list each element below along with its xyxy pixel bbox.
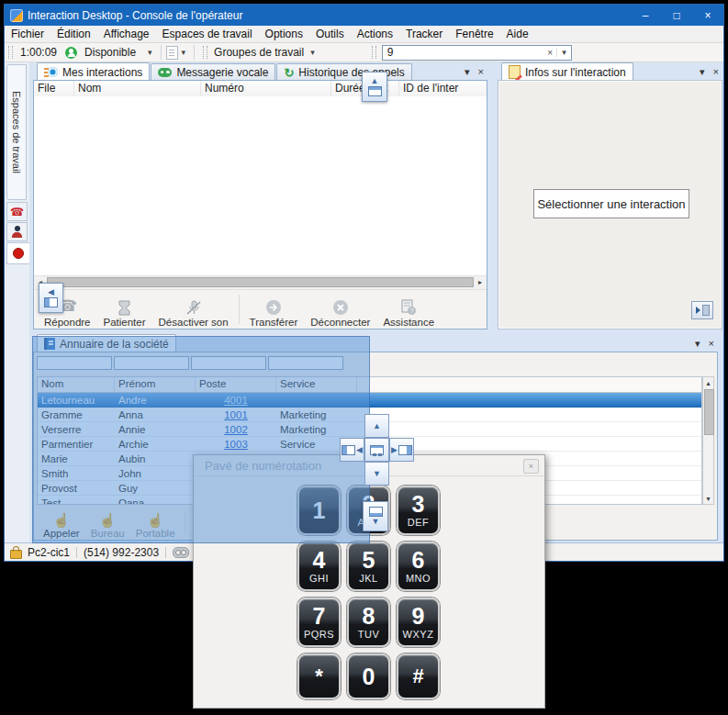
interactions-column-headers: File Nom Numéro Durée État ID de l'inter bbox=[34, 81, 487, 97]
info-panel-menu-arrow[interactable]: ▾ bbox=[700, 66, 705, 78]
window-title: Interaction Desktop - Console de l'opéra… bbox=[28, 9, 242, 22]
tab-messagerie-vocale[interactable]: Messagerie vocale bbox=[151, 63, 275, 81]
pickup-dropdown-arrow[interactable]: ▾ bbox=[182, 48, 186, 57]
menu-outils[interactable]: Outils bbox=[309, 26, 351, 42]
workgroups-dropdown-arrow[interactable]: ▾ bbox=[310, 48, 315, 57]
vscroll-down-arrow[interactable]: ▾ bbox=[703, 493, 713, 504]
directory-vscrollbar[interactable]: ▴ ▾ bbox=[702, 376, 714, 505]
menu-actions[interactable]: Actions bbox=[351, 26, 399, 42]
col-duree[interactable]: Durée bbox=[331, 81, 364, 96]
tab-mes-interactions[interactable]: Mes interactions bbox=[37, 62, 150, 81]
transferer-button[interactable]: Transférer bbox=[243, 291, 305, 328]
col-id-interaction[interactable]: ID de l'inter bbox=[399, 81, 487, 96]
key-5[interactable]: 5JKL bbox=[347, 542, 390, 591]
patienter-button[interactable]: Patienter bbox=[97, 291, 152, 328]
key-star[interactable]: * bbox=[297, 654, 341, 699]
mute-mic-icon bbox=[185, 296, 202, 316]
dock-guide-top[interactable]: ▲ bbox=[362, 72, 387, 102]
key-7[interactable]: 7PQRS bbox=[297, 598, 341, 647]
workspaces-vertical-tab[interactable]: Espaces de travail bbox=[6, 64, 27, 200]
voicemail-icon bbox=[158, 68, 172, 77]
screen: Interaction Desktop - Console de l'opéra… bbox=[0, 0, 728, 715]
dock-guide-left[interactable]: ◀ bbox=[39, 283, 63, 313]
deconnecter-button[interactable]: Déconnecter bbox=[304, 291, 376, 328]
maximize-button[interactable]: □ bbox=[661, 5, 692, 26]
transfer-arrow-icon bbox=[265, 296, 282, 316]
dial-combobox[interactable]: 9 × ▾ bbox=[382, 45, 572, 61]
interactions-panel-menu-arrow[interactable]: ▾ bbox=[465, 66, 470, 78]
interactions-panel-close-icon[interactable]: × bbox=[478, 66, 484, 78]
interactions-panel-body: File Nom Numéro Durée État ID de l'inter… bbox=[33, 80, 487, 330]
menu-aide[interactable]: Aide bbox=[500, 26, 535, 42]
disconnect-x-icon bbox=[332, 296, 349, 316]
key-6[interactable]: 6MNO bbox=[397, 542, 440, 591]
menu-espaces[interactable]: Espaces de travail bbox=[156, 26, 259, 42]
directory-panel-close-icon[interactable]: × bbox=[709, 338, 714, 350]
status-dropdown-arrow[interactable]: ▾ bbox=[148, 48, 152, 57]
pickup-alert-icon[interactable] bbox=[166, 46, 178, 60]
key-3[interactable]: 3DEF bbox=[397, 486, 440, 535]
dock-cross-right[interactable]: ▶ bbox=[389, 438, 414, 462]
status-selector-label[interactable]: Disponible bbox=[82, 46, 144, 59]
directory-panel-menu-arrow[interactable]: ▾ bbox=[695, 338, 700, 350]
menu-options[interactable]: Options bbox=[259, 26, 309, 42]
hold-hourglass-icon bbox=[118, 296, 131, 316]
key-8[interactable]: 8TUV bbox=[347, 598, 390, 647]
col-numero[interactable]: Numéro bbox=[201, 81, 331, 96]
toolbar-grip-3[interactable] bbox=[372, 46, 376, 59]
menu-affichage[interactable]: Affichage bbox=[97, 26, 156, 42]
vscroll-up-arrow[interactable]: ▴ bbox=[703, 377, 713, 388]
assistance-button[interactable]: ? Assistance bbox=[376, 291, 441, 328]
station-number: (514) 992-2303 bbox=[84, 546, 159, 559]
workspace-tab-agent[interactable] bbox=[6, 222, 28, 241]
vscroll-thumb[interactable] bbox=[704, 389, 714, 435]
key-9[interactable]: 9WXYZ bbox=[397, 598, 440, 647]
expand-panel-icon bbox=[702, 305, 710, 316]
tab-infos-interaction[interactable]: Infos sur l'interaction bbox=[501, 62, 633, 81]
workgroups-label[interactable]: Groupes de travail bbox=[211, 46, 307, 59]
key-0[interactable]: 0 bbox=[347, 654, 390, 699]
select-interaction-button[interactable]: Sélectionner une interaction bbox=[533, 189, 689, 218]
assistance-doc-icon: ? bbox=[400, 296, 417, 316]
dock-cross-down[interactable]: ▼ bbox=[364, 462, 389, 486]
minimize-button[interactable]: – bbox=[630, 5, 661, 26]
info-panel-close-icon[interactable]: × bbox=[713, 66, 719, 78]
interaction-info-panel: ▾ × Infos sur l'interaction Sélectionner… bbox=[498, 63, 722, 330]
workspace-tab-record[interactable] bbox=[6, 242, 29, 264]
hscroll-right-arrow[interactable]: ▸ bbox=[474, 276, 487, 288]
toolbar-grip-2[interactable] bbox=[203, 46, 207, 59]
workspace-tab-calls[interactable]: ☎ bbox=[6, 202, 28, 221]
workspaces-vertical-tab-label: Espaces de travail bbox=[11, 91, 22, 173]
col-nom[interactable]: Nom bbox=[74, 81, 201, 96]
toolbar-grip[interactable] bbox=[8, 46, 13, 59]
interaction-notes-icon bbox=[509, 65, 521, 79]
dock-cross-center-tab[interactable] bbox=[364, 438, 389, 462]
interaction-info-body: Sélectionner une interaction bbox=[498, 80, 722, 330]
menu-fichier[interactable]: Fichier bbox=[5, 26, 50, 42]
key-hash[interactable]: # bbox=[397, 654, 440, 699]
tab-historique-appels[interactable]: ↻ Historique des appels bbox=[276, 63, 411, 81]
interactions-hscrollbar[interactable]: ◂ ▸ bbox=[34, 275, 487, 289]
expand-panel-button[interactable] bbox=[691, 301, 713, 319]
menu-tracker[interactable]: Tracker bbox=[399, 26, 449, 42]
person-icon bbox=[12, 226, 22, 238]
expand-arrow-icon bbox=[696, 307, 700, 314]
key-4[interactable]: 4GHI bbox=[297, 542, 341, 591]
menu-edition[interactable]: Édition bbox=[50, 26, 97, 42]
col-file[interactable]: File bbox=[34, 81, 74, 96]
interactions-empty-list[interactable] bbox=[34, 96, 487, 276]
dial-clear-icon[interactable]: × bbox=[543, 48, 556, 58]
close-button[interactable]: × bbox=[692, 5, 723, 26]
dial-dropdown-arrow[interactable]: ▾ bbox=[556, 48, 571, 57]
dock-left-arrow-icon: ◀ bbox=[48, 288, 54, 296]
dock-cross-left[interactable]: ◀ bbox=[340, 438, 364, 462]
dial-combobox-value[interactable]: 9 bbox=[383, 46, 544, 59]
main-toolbar: 1:00:09 Disponible ▾ ▾ Groupes de travai… bbox=[5, 43, 723, 62]
call-actions-toolbar: ☎ Répondre Patienter bbox=[34, 289, 487, 329]
desactiver-son-button[interactable]: Désactiver son bbox=[152, 291, 235, 328]
menu-fenetre[interactable]: Fenêtre bbox=[449, 26, 499, 42]
dock-cross-up[interactable]: ▲ bbox=[364, 414, 389, 438]
hscroll-thumb[interactable] bbox=[47, 277, 474, 287]
dialpad-close-button[interactable]: × bbox=[523, 459, 539, 474]
dock-guide-bottom[interactable]: ▼ bbox=[363, 501, 388, 531]
